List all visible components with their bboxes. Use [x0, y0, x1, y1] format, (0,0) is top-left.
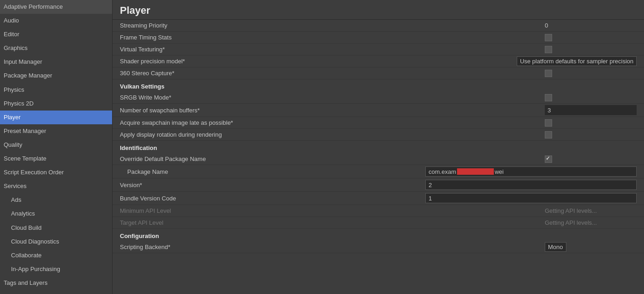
package-name-label: Package Name: [120, 168, 425, 175]
sidebar-item-preset-manager[interactable]: Preset Manager: [0, 124, 112, 138]
swapchain-buffers-value: [545, 105, 637, 115]
package-name-suffix: wei: [495, 168, 504, 175]
swapchain-buffers-row: Number of swapchain buffers*: [113, 104, 644, 117]
srgb-write-row: SRGB Write Mode*: [113, 92, 644, 104]
sidebar-item-script-execution-order[interactable]: Script Execution Order: [0, 166, 112, 179]
srgb-write-checkbox[interactable]: [545, 94, 552, 101]
sidebar-item-package-manager[interactable]: Package Manager: [0, 69, 112, 83]
acquire-swapchain-label: Acquire swapchain image late as possible…: [120, 119, 545, 126]
package-name-redacted: [457, 168, 494, 175]
sidebar-item-graphics[interactable]: Graphics: [0, 41, 112, 55]
stereo-capture-checkbox[interactable]: [545, 70, 552, 77]
streaming-priority-value: 0: [545, 22, 637, 29]
min-api-row: Minimum API Level Getting API levels...: [113, 205, 644, 217]
sidebar-item-cloud-diagnostics[interactable]: Cloud Diagnostics: [0, 235, 112, 249]
sidebar-item-editor[interactable]: Editor: [0, 28, 112, 41]
version-value: [425, 180, 637, 190]
bundle-version-label: Bundle Version Code: [120, 195, 425, 202]
frame-timing-stats-row: Frame Timing Stats: [113, 32, 644, 44]
sidebar-item-collaborate[interactable]: Collaborate: [0, 249, 112, 262]
acquire-swapchain-checkbox[interactable]: [545, 119, 552, 127]
version-row: Version*: [113, 178, 644, 192]
version-input[interactable]: [425, 180, 637, 190]
sidebar-item-textmesh-pro[interactable]: TextMesh Pro: [0, 290, 112, 294]
bundle-version-value: [425, 193, 637, 203]
configuration-header: Configuration: [113, 229, 644, 241]
override-package-label: Override Default Package Name: [120, 155, 545, 162]
override-package-row: Override Default Package Name: [113, 153, 644, 165]
sidebar-item-cloud-build[interactable]: Cloud Build: [0, 221, 112, 235]
scripting-backend-value: Mono: [545, 244, 637, 250]
package-name-input[interactable]: com.exam wei: [425, 166, 637, 177]
shader-precision-row: Shader precision model* Use platform def…: [113, 55, 644, 67]
main-content: Player Streaming Priority 0 Frame Timing…: [113, 0, 644, 294]
virtual-texturing-value: [545, 45, 637, 53]
target-api-value: Getting API levels...: [545, 219, 637, 226]
swapchain-buffers-label: Number of swapchain buffers*: [120, 107, 545, 114]
apply-display-rotation-value: [545, 131, 637, 139]
package-name-value: com.exam wei: [425, 166, 637, 177]
sidebar-item-audio[interactable]: Audio: [0, 14, 112, 28]
sidebar-item-quality[interactable]: Quality: [0, 138, 112, 152]
package-name-prefix: com.exam: [429, 168, 456, 175]
stereo-capture-value: [545, 69, 637, 77]
virtual-texturing-row: Virtual Texturing*: [113, 44, 644, 55]
frame-timing-stats-value: [545, 33, 637, 41]
override-package-value: [545, 155, 637, 163]
apply-display-rotation-checkbox[interactable]: [545, 131, 552, 139]
sidebar-item-services[interactable]: Services: [0, 179, 112, 193]
swapchain-buffers-input[interactable]: [545, 105, 637, 115]
bundle-version-input[interactable]: [425, 193, 637, 203]
shader-precision-label: Shader precision model*: [120, 58, 517, 65]
target-api-row: Target API Level Getting API levels...: [113, 217, 644, 229]
acquire-swapchain-row: Acquire swapchain image late as possible…: [113, 117, 644, 129]
override-package-checkbox[interactable]: [545, 155, 552, 163]
content-area: Streaming Priority 0 Frame Timing Stats …: [113, 20, 644, 253]
sidebar-item-analytics[interactable]: Analytics: [0, 207, 112, 221]
min-api-label: Minimum API Level: [120, 207, 545, 214]
target-api-label: Target API Level: [120, 219, 545, 226]
sidebar-item-in-app-purchasing[interactable]: In-App Purchasing: [0, 262, 112, 276]
min-api-value: Getting API levels...: [545, 207, 637, 214]
page-title: Player: [113, 0, 644, 20]
bundle-version-row: Bundle Version Code: [113, 192, 644, 205]
sidebar-item-physics[interactable]: Physics: [0, 83, 112, 97]
frame-timing-stats-label: Frame Timing Stats: [120, 34, 545, 41]
virtual-texturing-checkbox[interactable]: [545, 46, 552, 53]
frame-timing-checkbox[interactable]: [545, 34, 552, 41]
streaming-priority-row: Streaming Priority 0: [113, 20, 644, 32]
sidebar-item-tags-and-layers[interactable]: Tags and Layers: [0, 276, 112, 290]
shader-precision-dropdown[interactable]: Use platform defaults for sampler precis…: [517, 56, 637, 66]
version-label: Version*: [120, 182, 425, 189]
scripting-backend-label: Scripting Backend*: [120, 244, 545, 250]
sidebar-item-ads[interactable]: Ads: [0, 193, 112, 207]
sidebar-item-player[interactable]: Player: [0, 111, 112, 124]
acquire-swapchain-value: [545, 119, 637, 127]
sidebar-item-input-manager[interactable]: Input Manager: [0, 55, 112, 69]
sidebar-item-scene-template[interactable]: Scene Template: [0, 152, 112, 166]
streaming-priority-label: Streaming Priority: [120, 22, 545, 29]
stereo-capture-row: 360 Stereo Capture*: [113, 67, 644, 79]
package-name-row: Package Name com.exam wei: [113, 165, 644, 178]
apply-display-rotation-row: Apply display rotation during rendering: [113, 129, 644, 141]
virtual-texturing-label: Virtual Texturing*: [120, 46, 545, 53]
shader-precision-value: Use platform defaults for sampler precis…: [517, 58, 637, 65]
identification-header: Identification: [113, 141, 644, 153]
scripting-backend-dropdown[interactable]: Mono: [545, 242, 566, 252]
sidebar-item-adaptive-performance[interactable]: Adaptive Performance: [0, 0, 112, 14]
sidebar: Adaptive PerformanceAudioEditorGraphicsI…: [0, 0, 113, 294]
stereo-capture-label: 360 Stereo Capture*: [120, 70, 545, 77]
apply-display-rotation-label: Apply display rotation during rendering: [120, 131, 545, 138]
srgb-write-value: [545, 94, 637, 101]
srgb-write-label: SRGB Write Mode*: [120, 94, 545, 101]
scripting-backend-row: Scripting Backend* Mono: [113, 241, 644, 253]
sidebar-item-physics-2d[interactable]: Physics 2D: [0, 97, 112, 111]
vulkan-settings-header: Vulkan Settings: [113, 79, 644, 92]
